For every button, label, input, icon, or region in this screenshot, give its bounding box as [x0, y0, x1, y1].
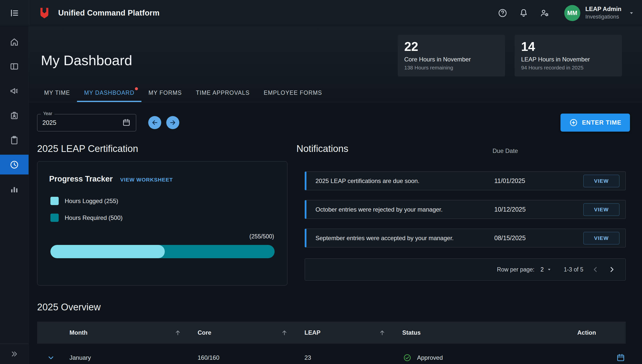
notification-item: September entries were accepted by your … [305, 229, 626, 247]
next-year-button[interactable] [166, 116, 179, 129]
page-tabs: MY TIME MY DASHBOARD MY FORMS TIME APPRO… [37, 84, 329, 102]
sidebar-item-home[interactable] [0, 32, 29, 52]
year-field-value: 2025 [42, 119, 56, 126]
stat-value: 22 [404, 39, 499, 54]
user-info: LEAP Admin Investigations [585, 6, 621, 20]
notification-item: October entries were rejected by your ma… [305, 200, 626, 219]
column-header-month: Month [69, 322, 88, 344]
dashboard-panes-icon [9, 61, 19, 71]
sidebar-item-announcements[interactable] [0, 81, 29, 101]
notifications-bell-icon[interactable] [519, 8, 529, 18]
pagination-previous-button[interactable] [591, 265, 600, 274]
double-chevron-right-icon [10, 349, 19, 358]
stat-value: 14 [521, 39, 615, 54]
tab-my-dashboard[interactable]: MY DASHBOARD [77, 84, 141, 102]
tab-label: MY FORMS [148, 89, 182, 96]
chevron-right-icon [607, 265, 616, 274]
table-row-january: January 160/160 23 Approved [37, 344, 626, 364]
sort-arrow-icon[interactable] [280, 329, 288, 337]
bar-chart-icon [9, 184, 19, 194]
tab-label: TIME APPROVALS [196, 89, 250, 96]
notification-due-date: 10/12/2025 [494, 206, 526, 213]
enter-time-button[interactable]: ENTER TIME [560, 114, 630, 132]
rows-per-page-select[interactable]: 2 [538, 266, 552, 273]
action-calendar-icon[interactable] [616, 353, 625, 362]
controls-row: Year 2025 [37, 114, 630, 132]
menu-toggle-button[interactable] [0, 0, 29, 26]
view-notification-button[interactable]: VIEW [583, 175, 619, 187]
status-text: Approved [417, 354, 443, 361]
year-nav-arrows [148, 116, 179, 129]
notification-list: 2025 LEAP certifications are due soon. 1… [305, 171, 626, 257]
column-header-action: Action [577, 322, 596, 344]
tab-my-time[interactable]: MY TIME [37, 84, 77, 102]
progress-tracker-card: Progress Tracker VIEW WORKSHEET Hours Lo… [37, 161, 287, 286]
sidebar-item-reports[interactable] [0, 179, 29, 199]
arrow-left-icon [151, 119, 158, 126]
column-header-leap: LEAP [304, 322, 320, 344]
stat-card-leap-hours: 14 LEAP Hours in November 94 Hours recor… [515, 35, 622, 76]
enter-time-label: ENTER TIME [582, 119, 621, 126]
expand-row-chevron-icon[interactable] [47, 353, 55, 362]
sort-arrow-icon[interactable] [378, 329, 386, 337]
expand-sidebar-button[interactable] [0, 344, 29, 364]
tab-label: MY DASHBOARD [84, 89, 134, 96]
due-date-column-label: Due Date [493, 147, 518, 154]
menu-open-icon [10, 8, 20, 18]
progress-tracker-title: Progress Tracker [49, 174, 113, 184]
notification-message: 2025 LEAP certifications are due soon. [315, 177, 420, 185]
notification-message: September entries were accepted by your … [315, 235, 454, 242]
column-header-status: Status [402, 322, 421, 344]
sidebar-nav [0, 26, 29, 364]
sidebar-item-tasks[interactable] [0, 130, 29, 150]
stat-sublabel: 138 Hours remaining [404, 65, 499, 71]
user-name: LEAP Admin [585, 6, 621, 13]
arrow-right-icon [169, 119, 177, 126]
view-notification-button[interactable]: VIEW [583, 232, 619, 244]
table-header-row: Month Core LEAP Status Action [37, 322, 626, 344]
cell-core: 160/160 [198, 344, 219, 364]
tab-my-forms[interactable]: MY FORMS [141, 84, 189, 102]
pagination-next-button[interactable] [607, 265, 616, 274]
user-menu-chevron-icon[interactable] [628, 10, 635, 17]
column-header-core: Core [198, 322, 211, 344]
legend-label: Hours Logged (255) [65, 198, 118, 205]
notification-due-date: 11/01/2025 [494, 177, 525, 185]
check-circle-icon [403, 353, 412, 362]
manage-accounts-icon[interactable] [540, 8, 550, 18]
sidebar-item-time-tracking[interactable] [0, 155, 29, 174]
legend-hours-logged: Hours Logged (255) [50, 197, 118, 205]
home-icon [9, 37, 19, 47]
brand: Unified Command Platform [39, 7, 159, 19]
rows-per-page-label: Row per page: [497, 266, 535, 273]
badge-icon [9, 111, 19, 121]
view-notification-button[interactable]: VIEW [583, 203, 619, 216]
clock-icon [9, 160, 19, 170]
page-title: My Dashboard [41, 52, 132, 68]
year-input[interactable]: Year 2025 [37, 114, 136, 131]
help-icon[interactable] [498, 8, 508, 18]
user-avatar[interactable]: MM [564, 5, 580, 21]
hero-band: My Dashboard 22 Core Hours in November 1… [29, 26, 642, 102]
notification-due-date: 08/15/2025 [494, 234, 526, 242]
pagination-range-label: 1-3 of 5 [564, 266, 583, 273]
view-worksheet-link[interactable]: VIEW WORKSHEET [120, 177, 173, 183]
tab-time-approvals[interactable]: TIME APPROVALS [189, 84, 257, 102]
stat-cards: 22 Core Hours in November 138 Hours rema… [398, 35, 622, 76]
tab-employee-forms[interactable]: EMPLOYEE FORMS [257, 84, 329, 102]
sort-arrow-icon[interactable] [174, 329, 182, 337]
tab-label: EMPLOYEE FORMS [264, 89, 322, 96]
legend-hours-required: Hours Required (500) [50, 214, 123, 222]
sidebar-item-modules[interactable] [0, 56, 29, 76]
notifications-pagination: Row per page: 2 1-3 of 5 [305, 258, 626, 281]
certification-section: 2025 LEAP Certification Progress Tracker… [37, 143, 287, 154]
certification-heading: 2025 LEAP Certification [37, 143, 287, 154]
calendar-picker-icon[interactable] [122, 118, 131, 127]
overview-table: Month Core LEAP Status Action [37, 322, 626, 364]
legend-swatch-required [50, 214, 59, 222]
year-field-label: Year [41, 111, 54, 116]
previous-year-button[interactable] [148, 116, 161, 129]
notification-item: 2025 LEAP certifications are due soon. 1… [305, 171, 626, 190]
sidebar-item-personnel[interactable] [0, 106, 29, 125]
progress-ratio-label: (255/500) [250, 233, 274, 240]
